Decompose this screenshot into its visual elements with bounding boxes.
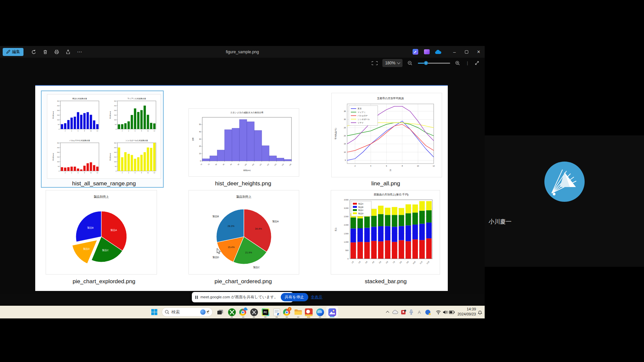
tray-battery[interactable] [448, 306, 456, 318]
running-indicator [286, 317, 288, 318]
taskbar-edge[interactable] [314, 306, 326, 318]
stop-sharing-button[interactable]: 共有を停止 [281, 293, 308, 301]
share-icon [65, 49, 71, 55]
hide-link[interactable]: 非表示 [311, 295, 323, 300]
svg-text:8: 8 [84, 172, 85, 174]
svg-text:20: 20 [344, 135, 346, 137]
share-button[interactable] [62, 48, 74, 56]
svg-text:売上: 売上 [334, 227, 337, 231]
svg-text:度数: 度数 [192, 137, 194, 141]
zoom-out-button[interactable] [405, 59, 415, 67]
task-view-icon [217, 309, 224, 315]
svg-text:五都市の月別平均気温: 五都市の月別平均気温 [377, 97, 404, 100]
participant-tile[interactable]: 小川慶一 [485, 135, 644, 267]
svg-text:130: 130 [289, 163, 292, 166]
more-options-button[interactable]: ⋯ [74, 48, 85, 56]
mouse-cursor [217, 248, 221, 256]
image-top-border [35, 85, 448, 86]
svg-text:4: 4 [128, 172, 129, 174]
svg-text:6: 6 [135, 130, 136, 132]
svg-text:4: 4 [71, 172, 72, 174]
microphone-icon [409, 309, 413, 315]
taskbar-notepad[interactable] [271, 306, 282, 318]
svg-text:製品A: 製品A [272, 220, 279, 223]
svg-text:8: 8 [141, 172, 142, 174]
svg-text:バルセロナの月別降水量: バルセロナの月別降水量 [69, 139, 90, 142]
zoom-in-button[interactable] [453, 59, 463, 67]
notepad-icon [273, 308, 280, 316]
svg-text:150: 150 [57, 156, 60, 158]
taskbar-chrome[interactable]: × [281, 306, 292, 318]
svg-text:8: 8 [402, 165, 403, 167]
svg-text:150: 150 [114, 114, 117, 116]
clock-time: 14:39 [458, 307, 476, 312]
svg-text:製品B: 製品B [87, 226, 94, 229]
blue-tray-icon [425, 310, 430, 315]
telescope-icon [206, 310, 210, 314]
tray-chevron-up[interactable] [383, 306, 391, 318]
svg-text:6: 6 [386, 165, 387, 167]
svg-text:バルセロナ: バルセロナ [357, 115, 368, 117]
taskbar-file-explorer[interactable] [292, 306, 304, 318]
tray-app-blue[interactable] [424, 306, 432, 318]
fullscreen-button[interactable] [472, 59, 482, 67]
svg-text:シンガポールの月別降水量: シンガポールの月別降水量 [125, 139, 148, 142]
svg-text:11月: 11月 [419, 260, 423, 264]
print-button[interactable] [51, 48, 62, 56]
svg-text:0: 0 [59, 128, 60, 130]
taskbar-chrome-cloud[interactable] [237, 306, 249, 318]
taskbar-pycharm[interactable]: PC [260, 306, 271, 318]
svg-text:降水量(mm): 降水量(mm) [109, 153, 111, 161]
svg-text:100: 100 [114, 161, 117, 163]
onedrive-button[interactable] [432, 48, 444, 56]
chart-hist-all-same-range: 東京の月別降水量050100150200250300降水量(mm)2468101… [47, 95, 161, 178]
svg-text:7月: 7月 [392, 260, 395, 264]
thumbnail-caption: line_all.png [320, 180, 451, 187]
tray-clock[interactable]: 14:39 2024/09/23 [458, 307, 476, 317]
thumbnail-caption: stacked_bar.png [320, 278, 451, 285]
svg-text:300: 300 [114, 100, 117, 102]
search-placeholder: 検索 [171, 309, 180, 315]
tray-notifications[interactable] [476, 306, 484, 318]
zoom-level-dropdown[interactable]: 180% [382, 59, 402, 67]
rotate-button[interactable] [28, 48, 40, 56]
start-button[interactable] [149, 306, 160, 318]
svg-text:2: 2 [65, 130, 66, 132]
windows-logo-icon [151, 309, 158, 315]
clipchamp-icon [424, 49, 430, 54]
zoom-slider-thumb[interactable] [424, 61, 428, 65]
svg-text:50: 50 [115, 124, 116, 125]
svg-text:2月: 2月 [358, 260, 361, 264]
tray-app-red[interactable]: ✱ [399, 306, 407, 318]
maximize-button[interactable] [461, 46, 473, 58]
fit-to-window-button[interactable] [370, 59, 380, 67]
taskbar-xbox-green[interactable] [226, 306, 237, 318]
close-button[interactable]: × [473, 46, 485, 58]
minimize-button[interactable]: – [448, 46, 461, 58]
svg-text:250: 250 [114, 105, 117, 107]
edit-button[interactable]: 編集 [3, 48, 23, 56]
svg-text:100: 100 [57, 119, 60, 121]
delete-button[interactable] [40, 48, 51, 56]
svg-text:28.3%: 28.3% [228, 225, 235, 228]
task-view-button[interactable] [215, 306, 226, 318]
svg-text:0: 0 [347, 258, 348, 260]
taskbar-photos-active[interactable] [326, 306, 338, 318]
search-box[interactable]: 検索 [162, 307, 213, 317]
svg-text:250: 250 [114, 147, 117, 148]
thumbnail-pie-ordered: 製品別売上34.4%製品A21.9%製品C15.4%製品D28.3%製品B [189, 190, 299, 275]
tray-microphone[interactable] [407, 306, 415, 318]
tray-onedrive[interactable] [391, 306, 399, 318]
tray-ime[interactable]: A [415, 306, 423, 318]
thumbnail-caption: pie_chart_ordered.png [178, 278, 309, 285]
clipchamp-button[interactable] [421, 48, 432, 56]
edit-image-button[interactable] [410, 48, 421, 56]
taskbar-xbox-dark[interactable] [248, 306, 260, 318]
svg-text:75: 75 [208, 163, 210, 166]
folder-icon [294, 309, 302, 315]
fit-icon [372, 61, 378, 65]
edit-button-label: 編集 [12, 49, 20, 55]
taskbar-red-app[interactable] [303, 306, 314, 318]
svg-text:製品D: 製品D [212, 256, 219, 259]
zoom-slider[interactable] [418, 61, 450, 65]
